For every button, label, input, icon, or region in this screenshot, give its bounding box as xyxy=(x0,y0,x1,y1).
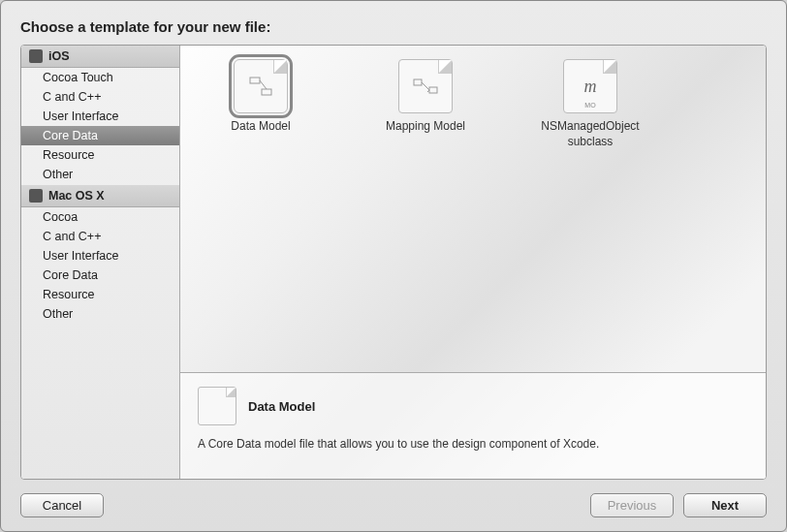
sidebar-item-cocoa-touch[interactable]: Cocoa Touch xyxy=(21,68,179,87)
sidebar-item-c-and-cpp[interactable]: C and C++ xyxy=(21,87,179,107)
nsmanagedobject-icon: m MO xyxy=(563,59,617,113)
dialog-title: Choose a template for your new file: xyxy=(20,18,767,35)
svg-rect-0 xyxy=(250,78,260,83)
section-header-ios: iOS xyxy=(21,46,179,68)
sidebar-item-cocoa[interactable]: Cocoa xyxy=(21,207,179,227)
macosx-icon xyxy=(29,189,43,203)
sidebar-item-c-and-cpp-mac[interactable]: C and C++ xyxy=(21,227,179,246)
template-mapping-model[interactable]: Mapping Model xyxy=(362,59,488,135)
previous-button[interactable]: Previous xyxy=(590,493,674,517)
svg-rect-4 xyxy=(429,87,437,93)
section-header-macosx: Mac OS X xyxy=(21,184,179,207)
templates-main: Data Model Mapping Model m MO NSMan xyxy=(180,46,766,479)
data-model-icon xyxy=(234,59,288,113)
detail-title: Data Model xyxy=(248,399,315,414)
dialog-button-bar: Cancel Previous Next xyxy=(20,480,767,517)
ios-icon xyxy=(29,49,43,63)
template-label: Data Model xyxy=(198,119,324,135)
cancel-button[interactable]: Cancel xyxy=(20,493,104,517)
new-file-template-dialog: Choose a template for your new file: iOS… xyxy=(0,0,787,532)
detail-header: Data Model xyxy=(198,387,748,425)
template-label: Mapping Model xyxy=(362,119,488,135)
category-sidebar: iOS Cocoa Touch C and C++ User Interface… xyxy=(21,46,180,479)
template-label: NSManagedObject subclass xyxy=(527,119,653,149)
sidebar-item-user-interface[interactable]: User Interface xyxy=(21,107,179,126)
section-label: Mac OS X xyxy=(48,189,105,203)
next-button[interactable]: Next xyxy=(683,493,767,517)
sidebar-item-resource-mac[interactable]: Resource xyxy=(21,285,179,304)
svg-rect-1 xyxy=(262,89,271,95)
section-label: iOS xyxy=(48,49,70,63)
templates-grid: Data Model Mapping Model m MO NSMan xyxy=(180,46,766,372)
sidebar-item-core-data-mac[interactable]: Core Data xyxy=(21,266,179,285)
sidebar-item-user-interface-mac[interactable]: User Interface xyxy=(21,246,179,266)
template-data-model[interactable]: Data Model xyxy=(198,59,324,135)
svg-rect-3 xyxy=(414,79,422,85)
detail-description: A Core Data model file that allows you t… xyxy=(198,437,748,451)
sidebar-item-other[interactable]: Other xyxy=(21,165,179,184)
svg-line-2 xyxy=(260,80,267,89)
template-nsmanagedobject-subclass[interactable]: m MO NSManagedObject subclass xyxy=(527,59,653,149)
sidebar-item-other-mac[interactable]: Other xyxy=(21,304,179,324)
mapping-model-icon xyxy=(398,59,453,113)
sidebar-item-core-data[interactable]: Core Data xyxy=(21,126,179,145)
sidebar-item-resource[interactable]: Resource xyxy=(21,145,179,165)
detail-icon xyxy=(198,387,236,425)
dialog-content: iOS Cocoa Touch C and C++ User Interface… xyxy=(20,45,767,480)
template-detail-panel: Data Model A Core Data model file that a… xyxy=(180,372,766,479)
